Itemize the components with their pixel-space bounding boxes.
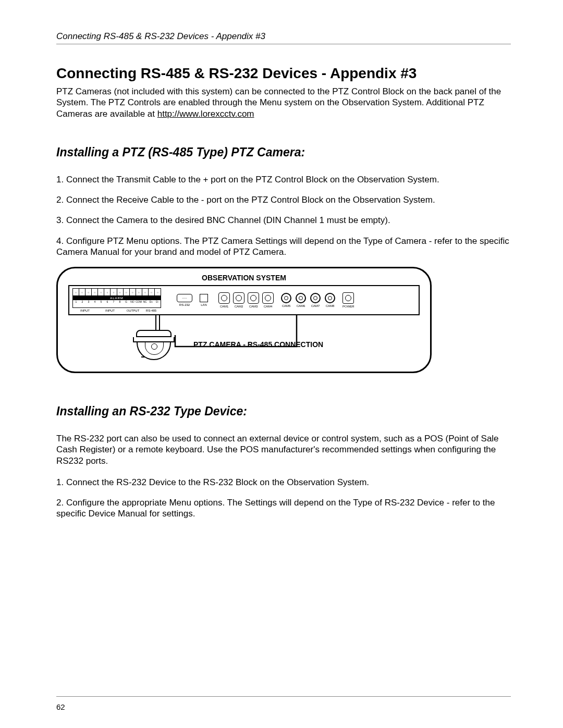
page-title: Connecting RS-485 & RS-232 Devices - App…: [56, 65, 511, 82]
din-cam3-icon: [248, 292, 259, 304]
tn-5: 5: [98, 300, 104, 303]
tn-g: G: [123, 300, 129, 303]
intro-link[interactable]: http://www.lorexcctv.com: [157, 109, 254, 119]
section2-intro: The RS-232 port can also be used to conn…: [56, 433, 511, 466]
input-label-2: INPUT: [97, 309, 123, 312]
terminal-number-row: 1 2 3 4 5 6 7 8 G NO COM NC D+ D-: [73, 300, 161, 303]
section2-heading: Installing an RS-232 Type Device:: [56, 404, 511, 418]
diagram-top-label: OBSERVATION SYSTEM: [68, 274, 420, 282]
terminal-block: ○○○○○○○ ○○○○○○○ ALARM 1 2 3 4 5 6 7 8 G …: [72, 288, 161, 308]
output-label: OUTPUT: [123, 309, 143, 312]
din-ports: CAM1 CAM2 CAM3 CAM4: [218, 292, 274, 308]
rs232-port-label: RS-232: [179, 303, 190, 306]
tn-com: COM: [136, 300, 142, 303]
section2-step-1: 1. Connect the RS-232 Device to the RS-2…: [56, 477, 511, 488]
tn-dp: D+: [148, 300, 154, 303]
intro-paragraph: PTZ Cameras (not included with this syst…: [56, 86, 511, 119]
lan-port-label: LAN: [201, 303, 207, 306]
bnc-cam7-icon: [310, 293, 321, 303]
bnc-cam8-icon: [325, 293, 335, 303]
tn-2: 2: [79, 300, 85, 303]
running-header: Connecting RS-485 & RS-232 Devices - App…: [56, 31, 511, 42]
bnc-cam5-label: CAM5: [282, 304, 291, 307]
tn-7: 7: [111, 300, 117, 303]
backpanel: ○○○○○○○ ○○○○○○○ ALARM 1 2 3 4 5 6 7 8 G …: [68, 285, 420, 315]
power-connector-icon: [342, 292, 354, 304]
section1-step-1: 1. Connect the Transmit Cable to the + p…: [56, 174, 511, 185]
bnc-cam6-icon: [296, 293, 306, 303]
din-cam1-icon: [218, 292, 230, 304]
lan-port: LAN: [200, 294, 208, 306]
db9-connector-icon: ◦◦◦◦◦: [177, 294, 192, 302]
section1-step-2: 2. Connect the Receive Cable to the - po…: [56, 194, 511, 205]
input-label-1: INPUT: [72, 309, 97, 312]
din-cam1-label: CAM1: [220, 305, 229, 308]
ptz-dome-camera-icon: [136, 330, 175, 360]
tn-nc: NC: [142, 300, 148, 303]
din-cam2-label: CAM2: [235, 305, 243, 308]
bnc-cam8-label: CAM8: [326, 304, 335, 307]
din-cam3-label: CAM3: [249, 305, 258, 308]
section1-heading: Installing a PTZ (RS-485 Type) PTZ Camer…: [56, 145, 511, 159]
tn-6: 6: [104, 300, 111, 303]
diagram-bottom-label: PTZ CAMERA - RS-485 CONNECTION: [193, 340, 323, 349]
alarm-label: ALARM: [73, 296, 161, 300]
section1-step-3: 3. Connect the Camera to the desired BNC…: [56, 215, 511, 226]
intro-text: PTZ Cameras (not included with this syst…: [56, 87, 501, 119]
rs485-label: RS-485: [143, 309, 159, 312]
section1-step-4: 4. Configure PTZ Menu options. The PTZ C…: [56, 236, 511, 258]
terminal-under-labels: INPUT INPUT OUTPUT RS-485: [72, 309, 159, 312]
tn-4: 4: [92, 300, 98, 303]
footer-rule: [56, 696, 511, 697]
wire-area: PTZ CAMERA - RS-485 CONNECTION: [68, 315, 420, 362]
rs232-port: ◦◦◦◦◦ RS-232: [177, 294, 192, 306]
bnc-cam5-icon: [281, 293, 291, 303]
connection-diagram: OBSERVATION SYSTEM ○○○○○○○ ○○○○○○○ ALARM…: [56, 267, 432, 373]
tn-no: NO: [129, 300, 136, 303]
rj45-icon: [200, 294, 208, 302]
tn-3: 3: [85, 300, 92, 303]
section2-step-2: 2. Configure the appropriate Menu option…: [56, 497, 511, 520]
power-port-label: POWER: [342, 305, 354, 308]
din-cam2-icon: [233, 292, 244, 304]
tn-1: 1: [73, 300, 79, 303]
page-number: 62: [56, 702, 65, 711]
tn-8: 8: [117, 300, 123, 303]
header-rule: [56, 44, 511, 44]
tn-dm: D-: [154, 300, 161, 303]
bnc-cam7-label: CAM7: [311, 304, 320, 307]
bnc-cam6-label: CAM6: [297, 304, 305, 307]
din-cam4-label: CAM4: [264, 305, 273, 308]
din-cam4-icon: [262, 292, 274, 304]
power-port: POWER: [342, 292, 354, 308]
bnc-ports: CAM5 CAM6 CAM7 CAM8: [281, 293, 335, 307]
